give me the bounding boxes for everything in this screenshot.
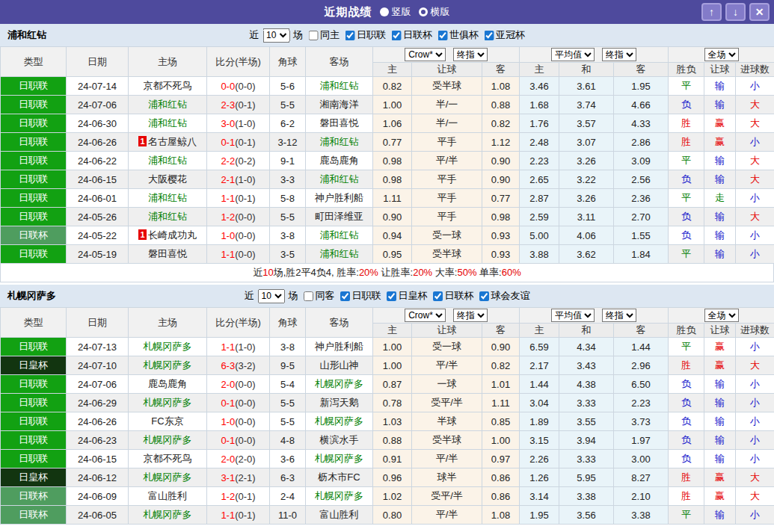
col-type: 类型 — [1, 47, 67, 77]
home-team-cell: FC东京 — [129, 412, 207, 431]
league-filter[interactable]: 日联杯 — [388, 28, 432, 42]
home-team-cell: 浦和红钻 — [129, 208, 207, 226]
league-filter-checkbox[interactable] — [345, 31, 354, 40]
odds-home-cell: 0.91 — [373, 450, 412, 468]
team2-name: 札幌冈萨多 — [7, 289, 56, 303]
section-bar-team2: 札幌冈萨多 近 10 场 同客 日职联 日皇杯 日联杯 球会友谊 — [0, 285, 774, 307]
league-filter[interactable]: 日职联 — [342, 28, 386, 42]
odds-home-cell: 0.80 — [373, 506, 412, 525]
rank-badge: 1 — [138, 229, 147, 240]
league-filter[interactable]: 日职联 — [337, 289, 381, 303]
result-cell: 负 — [669, 431, 704, 450]
result-cell: 平 — [669, 506, 704, 525]
odds-away-cell: 0.90 — [482, 170, 520, 189]
league-cell: 日职联 — [1, 152, 67, 170]
fullmatch-select[interactable]: 全场 — [704, 309, 739, 322]
team-name-text: 浦和红钻 — [148, 155, 187, 166]
league-filter-checkbox[interactable] — [437, 31, 447, 40]
col-type: 类型 — [1, 308, 67, 338]
same-venue-filter[interactable]: 同客 — [301, 289, 335, 303]
handicap-result-cell: 输 — [704, 375, 736, 394]
odds-handicap-cell: 受半球 — [412, 245, 482, 264]
close-button[interactable]: ✕ — [749, 3, 770, 21]
away-team-cell: 富山胜利 — [306, 506, 373, 525]
date-cell: 24-07-13 — [67, 338, 129, 356]
summary-segment: 20% — [413, 267, 432, 278]
odds-handicap-cell: 平/半 — [412, 356, 482, 375]
avg-home-cell: 5.00 — [520, 226, 559, 245]
handicap-result-cell: 赢 — [704, 468, 736, 487]
table2-header: 类型 日期 主场 比分(半场) 角球 客场 Crow* 终指 平均值 终指 全场 — [1, 308, 774, 338]
avg-draw-cell: 3.33 — [559, 394, 614, 412]
fullmatch-select[interactable]: 全场 — [704, 48, 739, 61]
outcome-group-header: 全场 — [669, 308, 774, 324]
avg-away-cell: 2.70 — [614, 208, 669, 226]
away-team-cell: 浦和红钻 — [306, 245, 373, 264]
odds-away-cell: 0.93 — [482, 226, 520, 245]
team-name-text: 名古屋鲸八 — [148, 136, 197, 147]
home-team-cell: 富山胜利 — [129, 487, 207, 506]
league-filter-checkbox[interactable] — [433, 291, 443, 301]
league-filter[interactable]: 世俱杯 — [434, 28, 479, 42]
team-name-text: 大阪樱花 — [148, 173, 187, 185]
summary-segment: 50% — [457, 267, 476, 278]
final-index-select[interactable]: 终指 — [453, 309, 488, 322]
corners-cell: 3-6 — [270, 450, 306, 468]
league-filter-checkbox[interactable] — [479, 291, 489, 301]
match-row: 日职联24-07-13札幌冈萨多1-1(1-0)3-8神户胜利船1.00受一球0… — [1, 338, 774, 356]
match-row: 日联杯24-06-05札幌冈萨多1-1(0-1)11-0富山胜利0.80平/半1… — [1, 506, 774, 525]
team-name-text: 山形山神 — [320, 359, 359, 371]
table1-body: 日职联24-07-14京都不死鸟0-0(0-0)5-6浦和红钻0.82受半球1.… — [1, 77, 774, 264]
league-filter[interactable]: 球会友谊 — [476, 289, 530, 303]
match-count-select[interactable]: 10 — [262, 28, 289, 43]
away-team-cell: 新泻天鹅 — [306, 394, 373, 412]
handicap-result-cell: 输 — [704, 152, 736, 170]
avg-home-cell: 6.59 — [520, 338, 559, 356]
score-cell: 3-1(2-1) — [207, 468, 270, 487]
league-filter[interactable]: 日联杯 — [430, 289, 474, 303]
final-index-select[interactable]: 终指 — [453, 48, 488, 61]
goals-result-cell: 大 — [736, 114, 774, 133]
odds-home-cell: 0.96 — [373, 468, 412, 487]
handicap-result-cell: 输 — [704, 412, 736, 431]
goals-result-cell: 小 — [736, 189, 774, 208]
avg-draw-cell: 4.38 — [559, 375, 614, 394]
same-venue-checkbox[interactable] — [304, 291, 313, 301]
col-date: 日期 — [67, 308, 129, 338]
near-label: 近 — [245, 289, 254, 303]
match-count-select[interactable]: 10 — [258, 289, 285, 303]
same-venue-checkbox[interactable] — [308, 31, 318, 40]
radio-vertical-layout[interactable]: 竖版 — [380, 5, 411, 19]
team-name-text: 磐田喜悦 — [320, 117, 359, 129]
league-filter-checkbox[interactable] — [484, 31, 494, 40]
radio-horizontal-layout[interactable]: 横版 — [419, 5, 450, 19]
result-cell: 胜 — [669, 487, 704, 506]
league-filter[interactable]: 亚冠杯 — [481, 28, 525, 42]
match-row: 日皇杯24-07-10札幌冈萨多6-3(3-2)9-5山形山神1.00平/半0.… — [1, 356, 774, 375]
league-filter-checkbox[interactable] — [387, 291, 396, 301]
final-index-select-2[interactable]: 终指 — [602, 309, 636, 322]
home-team-cell: 札幌冈萨多 — [129, 356, 207, 375]
bookmaker-select[interactable]: Crow* — [405, 309, 446, 322]
team-name-text: 浦和红钻 — [148, 192, 187, 203]
odds-away-cell: 0.86 — [482, 487, 520, 506]
col-avg-draw: 和 — [559, 324, 614, 338]
avg-draw-cell: 3.43 — [559, 356, 614, 375]
league-filter[interactable]: 日皇杯 — [384, 289, 428, 303]
average-select[interactable]: 平均值 — [551, 48, 595, 61]
league-filter-checkbox[interactable] — [391, 31, 401, 40]
move-up-button[interactable]: ↑ — [701, 3, 722, 21]
average-select[interactable]: 平均值 — [551, 309, 595, 322]
odds-home-cell: 0.90 — [373, 208, 412, 226]
league-cell: 日联杯 — [1, 226, 67, 245]
match-row: 日职联24-06-23札幌冈萨多0-1(0-0)4-8横滨水手0.88受半球1.… — [1, 431, 774, 450]
bookmaker-select[interactable]: Crow* — [405, 48, 446, 61]
handicap-result-cell: 赢 — [704, 487, 736, 506]
move-down-button[interactable]: ↓ — [725, 3, 746, 21]
odds-home-cell: 1.00 — [373, 356, 412, 375]
final-index-select-2[interactable]: 终指 — [602, 48, 636, 61]
team-name-text: 札幌冈萨多 — [144, 471, 192, 483]
same-venue-filter[interactable]: 同主 — [305, 28, 340, 42]
team-name-text: 浦和红钻 — [148, 117, 187, 129]
league-filter-checkbox[interactable] — [340, 291, 350, 301]
